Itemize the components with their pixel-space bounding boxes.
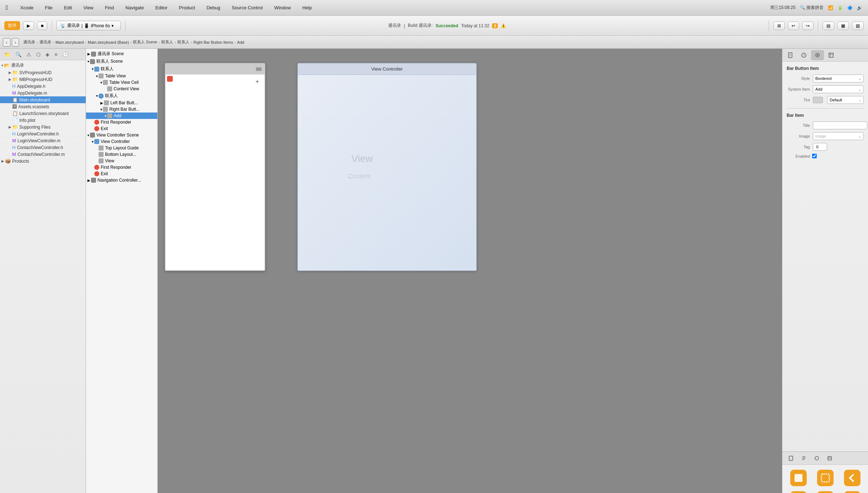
phone-add-button[interactable]: + xyxy=(253,77,262,86)
outline-tongxun-scene[interactable]: ▶ 通讯录 Scene xyxy=(86,50,157,58)
menu-find[interactable]: Find xyxy=(103,4,116,11)
menu-source-control[interactable]: Source Control xyxy=(229,4,265,11)
inspector-system-item-control[interactable]: Add ⌄ xyxy=(813,85,864,93)
breadcrumb-fwd-btn[interactable]: › xyxy=(12,38,19,47)
view-toggle-btn[interactable]: ▤ xyxy=(822,21,834,30)
sidebar-tool-folder[interactable]: 📁 xyxy=(3,51,12,58)
outline-vc-scene[interactable]: ▾ View Controller Scene xyxy=(86,132,157,138)
outline-first-responder2[interactable]: ▾ First Responder xyxy=(86,164,157,171)
outline-lianxi-item[interactable]: ▾ 联系人 xyxy=(86,92,157,100)
sidebar-item-appdelegate-m[interactable]: ▶ M AppDelegate.m xyxy=(0,90,86,96)
inspector-enabled-checkbox[interactable] xyxy=(812,154,817,158)
library-item-2[interactable] xyxy=(813,468,838,488)
sidebar-tool-log[interactable]: ≡ xyxy=(53,51,59,58)
breadcrumb-item-1[interactable]: 通讯录 xyxy=(23,39,35,45)
library-item-1[interactable] xyxy=(786,468,811,488)
outline-view[interactable]: ▾ View xyxy=(86,158,157,164)
outline-content-view[interactable]: ▾ Content View xyxy=(86,86,157,92)
outline-right-bar[interactable]: ▾ Right Bar Butt... xyxy=(86,106,157,113)
library-item-3[interactable] xyxy=(840,468,864,488)
outline-left-bar[interactable]: ▶ Left Bar Butt... xyxy=(86,100,157,106)
breadcrumb-back-btn[interactable]: ‹ xyxy=(3,38,10,47)
breadcrumb-item-4[interactable]: Main.storyboard (Base) xyxy=(88,40,129,44)
breadcrumb-item-7[interactable]: 联系人 xyxy=(177,39,189,45)
inspector-file-btn[interactable] xyxy=(784,50,797,60)
menu-help[interactable]: Help xyxy=(300,4,314,11)
library-file-btn[interactable] xyxy=(785,454,797,463)
menu-view[interactable]: View xyxy=(81,4,96,11)
menu-debug[interactable]: Debug xyxy=(204,4,222,11)
inspector-attributes-btn[interactable] xyxy=(811,50,824,60)
outline-vc[interactable]: ▾ View Controller xyxy=(86,138,157,145)
run-button[interactable]: ▶ xyxy=(23,21,34,30)
sidebar-tool-report[interactable]: 🕒 xyxy=(61,51,70,58)
library-snippet-btn[interactable] xyxy=(798,454,810,463)
menu-xcode[interactable]: Xcode xyxy=(18,4,36,11)
scheme-selector[interactable]: 📡 通讯录 | 📱 iPhone 6s ▾ xyxy=(56,21,121,30)
menu-editor[interactable]: Editor xyxy=(153,4,170,11)
outline-bottom-layout[interactable]: ▾ Bottom Layout... xyxy=(86,151,157,158)
sidebar-tool-issues[interactable]: ⚠ xyxy=(25,51,33,58)
sidebar-item-root[interactable]: ▾ 📂 通讯录 xyxy=(0,62,86,69)
sidebar-item-infoplist[interactable]: ▶ 📄 Info.plist xyxy=(0,117,86,124)
sidebar-item-appdelegate-h[interactable]: ▶ H AppDelegate.h xyxy=(0,83,86,90)
inspector-image-control[interactable]: image ⌄ xyxy=(813,132,864,140)
breadcrumb-item-8[interactable]: Right Bar Button Items xyxy=(194,40,233,44)
library-item-6[interactable] xyxy=(840,490,864,493)
library-object-btn[interactable] xyxy=(811,454,822,463)
outline-top-layout[interactable]: ▾ Top Layout Guide xyxy=(86,145,157,151)
breadcrumb-item-3[interactable]: Main.storyboard xyxy=(56,40,84,44)
inspector-toggle-btn[interactable]: ▧ xyxy=(852,21,864,30)
sidebar-tool-search[interactable]: 🔍 xyxy=(14,51,23,58)
outline-exit1[interactable]: ▾ Exit xyxy=(86,125,157,132)
sidebar-item-loginvc-m[interactable]: ▶ M LoginViewController.m xyxy=(0,137,86,144)
sidebar-item-contactvc-m[interactable]: ▶ M ContactViewController.m xyxy=(0,151,86,158)
sidebar-item-loginvc-h[interactable]: ▶ H LoginViewController.h xyxy=(0,130,86,137)
tint-color-swatch[interactable] xyxy=(813,97,823,103)
library-media-btn[interactable] xyxy=(824,454,835,463)
outline-exit2[interactable]: ▾ Exit xyxy=(86,171,157,177)
sidebar-item-products[interactable]: ▶ 📦 Products xyxy=(0,158,86,164)
outline-table-view[interactable]: ▾ Table View xyxy=(86,73,157,79)
sidebar-item-assets[interactable]: ▶ 🖼 Assets.xcassets xyxy=(0,103,86,110)
sidebar-item-supporting[interactable]: ▶ 📁 Supporting Files xyxy=(0,124,86,130)
warning-badge[interactable]: 3 xyxy=(492,23,498,28)
outline-table-cell[interactable]: ▾ Table View Cell xyxy=(86,79,157,86)
outline-nav-scene[interactable]: ▶ Navigation Controller... xyxy=(86,177,157,183)
outline-lianxi-nav[interactable]: ▾ 联系人 xyxy=(86,65,157,73)
inspector-tag-field[interactable] xyxy=(813,143,827,151)
library-item-4[interactable] xyxy=(786,490,811,493)
menu-window[interactable]: Window xyxy=(272,4,293,11)
stop-button[interactable]: ■ xyxy=(37,21,47,30)
storyboard-canvas[interactable]: + View Controller xyxy=(158,49,782,493)
sidebar-item-mbprogress[interactable]: ▶ 📁 MBProgressHUD xyxy=(0,76,86,83)
inspector-quick-btn[interactable]: ? xyxy=(797,50,810,60)
apple-menu[interactable]:  xyxy=(6,4,8,11)
sidebar-item-main-storyboard[interactable]: ▶ 📋 Main.storyboard xyxy=(0,96,86,103)
menu-product[interactable]: Product xyxy=(177,4,197,11)
breadcrumb-item-9[interactable]: Add xyxy=(237,40,244,44)
sidebar-tool-debug[interactable]: ⬡ xyxy=(35,51,42,58)
outline-first-responder1[interactable]: ▾ First Responder xyxy=(86,119,157,125)
library-item-5[interactable] xyxy=(813,490,838,493)
menu-file[interactable]: File xyxy=(43,4,54,11)
pause-button[interactable]: 暂停 xyxy=(4,21,20,30)
search-input[interactable]: 🔍 搜索拼音 xyxy=(800,5,824,11)
sidebar-item-contactvc-h[interactable]: ▶ H ContactViewController.h xyxy=(0,144,86,151)
inspector-tint-control[interactable]: Default ⌄ xyxy=(827,96,864,104)
outline-lianxi-scene[interactable]: ▾ 联系人 Scene xyxy=(86,58,157,65)
sidebar-tool-breakpoints[interactable]: ◈ xyxy=(44,51,51,58)
menu-navigate[interactable]: Navigate xyxy=(123,4,146,11)
menu-edit[interactable]: Edit xyxy=(62,4,74,11)
breadcrumb-item-2[interactable]: 通讯录 xyxy=(39,39,51,45)
inspector-style-control[interactable]: Bordered ⌄ xyxy=(813,75,864,82)
forward-btn[interactable]: ↪ xyxy=(802,21,814,30)
outline-add[interactable]: ▾ Add xyxy=(86,113,157,119)
sidebar-item-svprogress[interactable]: ▶ 📁 SVProgressHUD xyxy=(0,69,86,76)
inspector-size-btn[interactable] xyxy=(825,50,838,60)
layout-btn[interactable]: ⊞ xyxy=(773,21,785,30)
back-btn[interactable]: ↩ xyxy=(788,21,799,30)
view-split-btn[interactable]: ▦ xyxy=(837,21,849,30)
breadcrumb-item-6[interactable]: 联系人 xyxy=(161,39,173,45)
inspector-title-field[interactable] xyxy=(813,121,867,129)
